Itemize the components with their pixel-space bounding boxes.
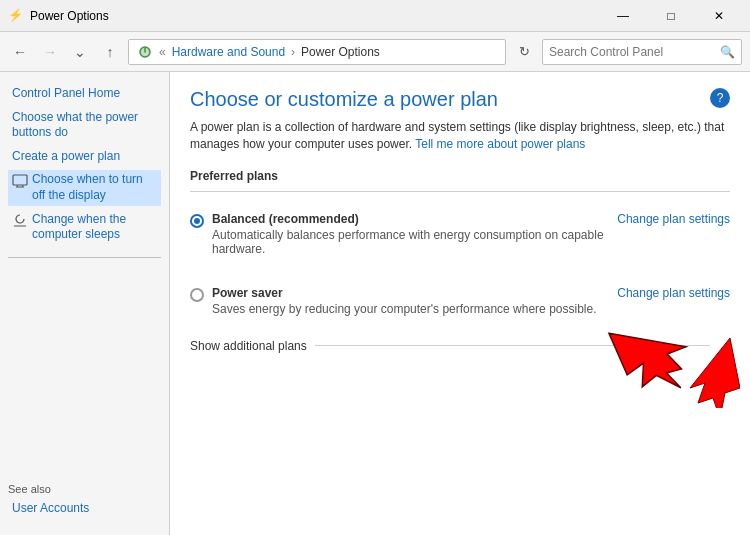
back-button[interactable]: ← [8,40,32,64]
title-bar: ⚡ Power Options — □ ✕ [0,0,750,32]
preferred-plans-label: Preferred plans [190,169,730,183]
minimize-button[interactable]: — [600,0,646,32]
plan-settings-power-saver[interactable]: Change plan settings [617,286,730,300]
close-button[interactable]: ✕ [696,0,742,32]
plan-item-power-saver: Power saver Saves energy by reducing you… [190,278,730,324]
window-title: Power Options [30,9,109,23]
window-controls: — □ ✕ [600,0,742,32]
address-path[interactable]: « Hardware and Sound › Power Options [128,39,506,65]
plan-radio-power-saver[interactable] [190,288,204,302]
plan-name-balanced: Balanced (recommended) [212,212,617,226]
refresh-button[interactable]: ↻ [512,40,536,64]
hardware-sound-link[interactable]: Hardware and Sound [172,45,285,59]
maximize-button[interactable]: □ [648,0,694,32]
sidebar-item-create[interactable]: Create a power plan [8,147,161,167]
plan-desc-balanced: Automatically balances performance with … [212,228,617,256]
page-title: Choose or customize a power plan [190,88,498,111]
search-box[interactable]: 🔍 [542,39,742,65]
forward-button[interactable]: → [38,40,62,64]
path-icon [137,44,153,60]
chevron-down-icon: ⌄ [718,338,730,354]
learn-more-link[interactable]: Tell me more about power plans [415,137,585,151]
section-divider [190,191,730,192]
plan-desc-power-saver: Saves energy by reducing your computer's… [212,302,617,316]
help-button[interactable]: ? [710,88,730,108]
show-additional-plans[interactable]: Show additional plans ⌄ [190,338,730,354]
plan-item-balanced: Balanced (recommended) Automatically bal… [190,204,730,264]
sidebar-divider [8,257,161,258]
show-additional-label: Show additional plans [190,339,307,353]
sleep-icon [12,213,28,229]
content-area: Choose or customize a power plan ? A pow… [170,72,750,535]
dropdown-button[interactable]: ⌄ [68,40,92,64]
sidebar-item-sleep[interactable]: Change when the computer sleeps [8,210,161,245]
page-description: A power plan is a collection of hardware… [190,119,730,153]
sidebar-item-buttons[interactable]: Choose what the power buttons do [8,108,161,143]
sidebar-item-user-accounts[interactable]: User Accounts [8,499,161,519]
current-path: Power Options [301,45,380,59]
address-bar: ← → ⌄ ↑ « Hardware and Sound › Power Opt… [0,32,750,72]
see-also-label: See also [8,475,161,495]
plan-radio-balanced[interactable] [190,214,204,228]
sidebar-item-home[interactable]: Control Panel Home [8,84,161,104]
svg-rect-1 [13,175,27,185]
plan-name-power-saver: Power saver [212,286,617,300]
sidebar: Control Panel Home Choose what the power… [0,72,170,535]
up-button[interactable]: ↑ [98,40,122,64]
monitor-icon [12,173,28,189]
app-icon: ⚡ [8,8,24,24]
divider-line [315,345,710,346]
main-area: Control Panel Home Choose what the power… [0,72,750,535]
search-icon: 🔍 [720,45,735,59]
sidebar-item-display[interactable]: Choose when to turn off the display [8,170,161,205]
plan-settings-balanced[interactable]: Change plan settings [617,212,730,226]
search-input[interactable] [549,45,720,59]
